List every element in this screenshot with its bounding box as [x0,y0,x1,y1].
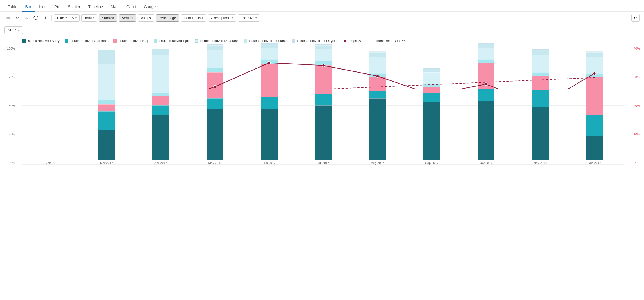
bar-segment-epic [532,72,549,76]
comment-button[interactable]: 💬 [31,14,40,22]
bar-segment-subtask [478,89,494,101]
bar-stack [369,51,386,160]
chart-container: Issues resolved StoryIssues resolved Sub… [3,36,641,193]
bar-stack [315,44,332,160]
legend-item: Bugs % [342,39,361,43]
bar-segment-testtask [586,52,603,57]
bar-segment-testtask [423,69,440,73]
legend-item: Linear trend Bugs % [366,39,405,43]
legend-color-box [292,39,295,43]
bar-segment-datatask [315,49,332,61]
bar-stack [98,50,115,160]
y-axis-left-label: 75% [9,75,15,79]
undo-button[interactable]: ↩ [13,14,21,22]
x-axis-label: Oct 2017 [480,161,492,165]
bar-group: Jun 2017 [257,43,282,165]
bar-segment-testtask [315,45,332,49]
bar-segment-epic [478,59,494,63]
tab-gauge[interactable]: Gauge [140,2,159,12]
bar-segment-datatask [369,57,386,74]
x-axis-label: Jan 2017 [46,161,59,165]
bar-segment-datatask [532,55,549,72]
bar-segment-epic [586,73,603,77]
x-axis-label: Jun 2017 [263,161,275,165]
x-axis-label: Apr 2017 [154,161,167,165]
bar-segment-epic [207,68,223,72]
download-button[interactable]: ⬇ [42,14,49,22]
tab-scatter[interactable]: Scatter [65,2,84,12]
top-tabs: TableBarLinePieScatterTimelineMapGanttGa… [0,0,644,12]
vertical-button[interactable]: Vertical [119,14,136,22]
tab-line[interactable]: Line [36,2,50,12]
bar-segment-bug [98,104,115,111]
stacked-button[interactable]: Stacked [99,14,117,22]
bar-segment-subtask [586,115,603,136]
bar-stack [152,49,169,160]
bar-group: Dec 2017 [582,51,607,165]
legend-label: Issues resolved Test Cycle [297,39,337,43]
data-labels-button[interactable]: Data labels ▾ [181,14,206,22]
legend-color-box [113,39,117,43]
total-button[interactable]: Total ▾ [81,14,97,22]
legend-item: Issues resolved Sub-task [65,39,108,43]
bar-segment-epic [261,59,278,64]
legend-item: Issues resolved Test Cycle [292,39,337,43]
values-button[interactable]: Values [138,14,154,22]
bar-stack [423,68,440,160]
bar-segment-datatask [152,55,169,92]
y-axis-left-label: 50% [9,104,15,107]
legend-color-box [195,39,198,43]
legend-item: Issues resolved Bug [113,39,148,43]
bar-segment-datatask [586,57,603,74]
bar-segment-epic [152,93,169,96]
bar-stack [261,43,278,160]
chart-legend: Issues resolved StoryIssues resolved Sub… [22,39,624,43]
bar-segment-datatask [478,48,494,59]
y-axis-right-label: 30% [634,75,640,79]
bar-segment-testtask [152,49,169,55]
legend-item: Issues resolved Story [22,39,60,43]
font-size-button[interactable]: Font size ▾ [238,14,260,22]
year-selector-button[interactable]: 2017 ▾ [4,26,23,34]
percentage-button[interactable]: Percentage [156,14,179,22]
legend-color-box [22,39,26,43]
legend-label: Issues resolved Sub-task [70,39,108,43]
bar-segment-story [369,98,386,160]
y-axis-right-label: 0% [634,161,638,165]
axes-options-button[interactable]: Axes options ▾ [208,14,236,22]
bar-group: Jan 2017 [40,160,65,165]
bar-stack [586,51,603,160]
bar-group: May 2017 [202,44,228,165]
bar-segment-story [478,101,494,160]
tab-gantt[interactable]: Gantt [123,2,139,12]
bar-segment-story [586,136,603,160]
tab-timeline[interactable]: Timeline [85,2,106,12]
refresh-button[interactable]: ↻ [631,14,640,22]
cut-button[interactable]: ✂ [4,14,12,22]
x-axis-label: Mar 2017 [100,161,113,165]
x-axis-label: Jul 2017 [318,161,329,165]
bar-segment-story [423,102,440,160]
tab-pie[interactable]: Pie [51,2,63,12]
tab-bar[interactable]: Bar [22,2,35,12]
bar-group: Apr 2017 [148,49,173,165]
bar-segment-subtask [152,105,169,115]
hide-empty-button[interactable]: Hide empty ▾ [54,14,80,22]
legend-color-box [65,39,68,43]
y-axis-left-label: 0% [10,161,15,165]
bar-segment-subtask [207,98,223,109]
legend-label: Issues resolved Epic [159,39,189,43]
bar-segment-story [207,109,223,160]
tab-table[interactable]: Table [4,2,20,12]
bar-group: Jul 2017 [311,44,336,165]
bar-segment-epic [423,84,440,86]
bar-group: Oct 2017 [473,43,499,165]
bar-segment-story [98,130,115,160]
tab-map[interactable]: Map [108,2,122,12]
legend-label: Bugs % [349,39,361,43]
bar-segment-bug [423,87,440,93]
bar-segment-bug [152,96,169,105]
redo-button[interactable]: ↪ [22,14,30,22]
bar-segment-subtask [532,90,549,107]
bar-segment-bug [261,64,278,97]
